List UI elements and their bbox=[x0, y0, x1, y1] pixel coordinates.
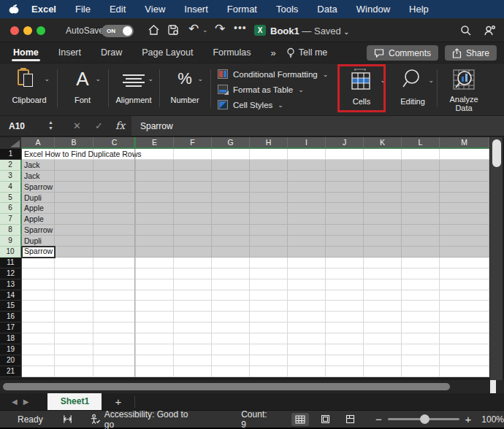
cell-M4[interactable] bbox=[440, 182, 489, 193]
row-header-12[interactable]: 12 bbox=[0, 268, 22, 279]
cell-A3[interactable]: Jack bbox=[22, 171, 55, 182]
cell-J18[interactable] bbox=[326, 333, 364, 344]
cell-I12[interactable] bbox=[288, 268, 326, 279]
cell-J1[interactable] bbox=[326, 149, 364, 160]
cell-A14[interactable] bbox=[22, 290, 55, 301]
cell-H13[interactable] bbox=[250, 279, 288, 290]
save-icon[interactable] bbox=[167, 24, 179, 36]
tell-me-button[interactable]: Tell me bbox=[286, 47, 328, 58]
number-group-button[interactable]: % ⌄ Number bbox=[165, 68, 205, 104]
cell-J16[interactable] bbox=[326, 312, 364, 322]
cell-C18[interactable] bbox=[93, 333, 136, 344]
column-header-M[interactable]: M bbox=[440, 137, 489, 149]
cell-C13[interactable] bbox=[93, 279, 136, 290]
cell-J13[interactable] bbox=[326, 279, 364, 290]
sheet-tab-sheet1[interactable]: Sheet1 bbox=[47, 393, 102, 410]
cell-A10[interactable]: Sparrow bbox=[22, 247, 55, 258]
cell-H8[interactable] bbox=[250, 225, 288, 236]
cell-L8[interactable] bbox=[402, 225, 440, 236]
cell-F5[interactable] bbox=[174, 193, 212, 204]
insert-function-icon[interactable]: fx bbox=[115, 120, 125, 131]
alignment-group-button[interactable]: ⌄ Alignment bbox=[114, 68, 153, 104]
zoom-out-button[interactable]: − bbox=[375, 413, 382, 425]
cell-I4[interactable] bbox=[288, 182, 326, 193]
cell-K9[interactable] bbox=[364, 236, 402, 247]
cell-J20[interactable] bbox=[326, 355, 364, 366]
prev-sheet-icon[interactable]: ◀ bbox=[12, 398, 18, 406]
cell-B9[interactable] bbox=[55, 236, 93, 247]
cell-L17[interactable] bbox=[402, 322, 440, 333]
cell-E10[interactable] bbox=[136, 247, 174, 258]
cell-B3[interactable] bbox=[55, 171, 93, 182]
cell-H17[interactable] bbox=[250, 322, 288, 333]
cell-H10[interactable] bbox=[250, 247, 288, 258]
vertical-scrollbar-thumb[interactable] bbox=[492, 139, 501, 167]
cell-H9[interactable] bbox=[250, 236, 288, 247]
cell-K2[interactable] bbox=[364, 160, 402, 171]
cell-E14[interactable] bbox=[136, 290, 174, 301]
tab-home[interactable]: Home bbox=[13, 42, 39, 63]
menu-excel[interactable]: Excel bbox=[22, 0, 66, 18]
cell-L5[interactable] bbox=[402, 193, 440, 204]
cell-F7[interactable] bbox=[174, 214, 212, 225]
cancel-icon[interactable]: ✕ bbox=[73, 120, 81, 131]
undo-dropdown-chevron-icon[interactable]: ⌄ bbox=[202, 26, 208, 34]
comments-button[interactable]: Comments bbox=[367, 45, 438, 61]
row-header-11[interactable]: 11 bbox=[0, 258, 22, 268]
cell-K13[interactable] bbox=[364, 279, 402, 290]
cell-G1[interactable] bbox=[212, 149, 250, 160]
cell-M18[interactable] bbox=[440, 333, 489, 344]
row-header-13[interactable]: 13 bbox=[0, 279, 22, 290]
row-header-7[interactable]: 7 bbox=[0, 214, 22, 225]
row-header-19[interactable]: 19 bbox=[0, 344, 22, 355]
cell-L21[interactable] bbox=[402, 366, 440, 377]
cell-F20[interactable] bbox=[174, 355, 212, 366]
cell-A13[interactable] bbox=[22, 279, 55, 290]
row-header-21[interactable]: 21 bbox=[0, 366, 22, 377]
accessibility-status[interactable]: Accessibility: Good to go bbox=[104, 409, 194, 429]
column-header-B[interactable]: B bbox=[55, 137, 93, 149]
row-header-8[interactable]: 8 bbox=[0, 225, 22, 236]
column-header-C[interactable]: C bbox=[93, 137, 136, 149]
cell-K21[interactable] bbox=[364, 366, 402, 377]
cell-B8[interactable] bbox=[55, 225, 93, 236]
cell-C16[interactable] bbox=[93, 312, 136, 322]
cell-L3[interactable] bbox=[402, 171, 440, 182]
cell-I8[interactable] bbox=[288, 225, 326, 236]
cell-F13[interactable] bbox=[174, 279, 212, 290]
cell-F10[interactable] bbox=[174, 247, 212, 258]
accessibility-icon[interactable] bbox=[89, 414, 100, 425]
cell-A8[interactable]: Sparrow bbox=[22, 225, 55, 236]
cell-K16[interactable] bbox=[364, 312, 402, 322]
cell-G16[interactable] bbox=[212, 312, 250, 322]
page-layout-view-button[interactable] bbox=[316, 413, 334, 426]
cell-G5[interactable] bbox=[212, 193, 250, 204]
cell-L2[interactable] bbox=[402, 160, 440, 171]
name-box[interactable]: A10 bbox=[9, 121, 25, 131]
cell-C3[interactable] bbox=[93, 171, 136, 182]
cell-H4[interactable] bbox=[250, 182, 288, 193]
cell-G2[interactable] bbox=[212, 160, 250, 171]
cell-C5[interactable] bbox=[93, 193, 136, 204]
cell-K14[interactable] bbox=[364, 290, 402, 301]
confirm-icon[interactable]: ✓ bbox=[95, 120, 103, 131]
menu-help[interactable]: Help bbox=[400, 0, 438, 18]
cell-F16[interactable] bbox=[174, 312, 212, 322]
horizontal-scrollbar[interactable] bbox=[0, 380, 504, 393]
cell-M8[interactable] bbox=[440, 225, 489, 236]
cell-E2[interactable] bbox=[136, 160, 174, 171]
cell-E4[interactable] bbox=[136, 182, 174, 193]
cell-E3[interactable] bbox=[136, 171, 174, 182]
cell-M9[interactable] bbox=[440, 236, 489, 247]
cell-K1[interactable] bbox=[364, 149, 402, 160]
cell-H2[interactable] bbox=[250, 160, 288, 171]
cell-L18[interactable] bbox=[402, 333, 440, 344]
cell-C14[interactable] bbox=[93, 290, 136, 301]
tab-insert[interactable]: Insert bbox=[58, 42, 81, 63]
cell-C7[interactable] bbox=[93, 214, 136, 225]
clipboard-group-button[interactable]: ⌄ Clipboard bbox=[7, 68, 51, 104]
format-as-table-button[interactable]: Format as Table ⌄ bbox=[218, 85, 304, 94]
editing-group-button[interactable]: ⌄ Editing bbox=[393, 68, 432, 106]
cell-E8[interactable] bbox=[136, 225, 174, 236]
cell-H21[interactable] bbox=[250, 366, 288, 377]
